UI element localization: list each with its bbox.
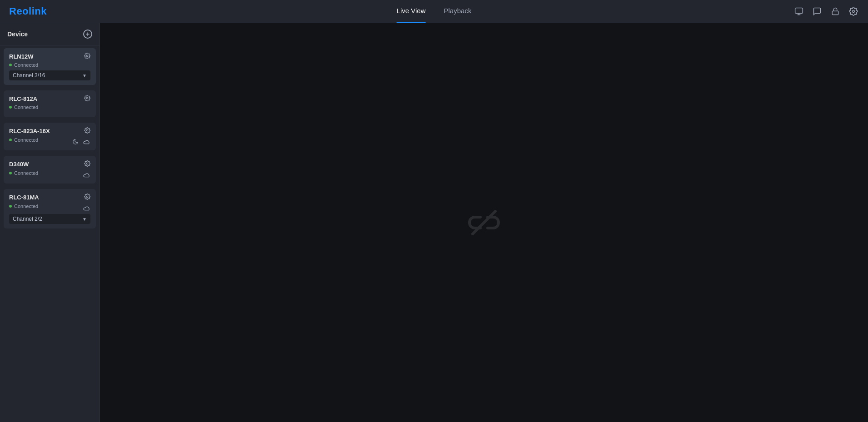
device-settings-icon-rlc81ma[interactable] xyxy=(84,194,90,201)
device-settings-icon-rlc812a[interactable] xyxy=(84,95,90,103)
device-header-rlc823a: RLC-823A-16X xyxy=(9,127,90,135)
svg-point-2 xyxy=(853,10,855,13)
sidebar-header: Device + xyxy=(0,23,100,45)
header-icons xyxy=(793,6,859,17)
main-layout: Device + RLN12W Connected Ch xyxy=(0,23,868,422)
sidebar-title: Device xyxy=(7,30,28,38)
device-card-d340w[interactable]: D340W Connected xyxy=(4,156,96,184)
device-name-rlc81ma: RLC-81MA xyxy=(9,194,39,201)
device-card-rlc81ma[interactable]: RLC-81MA Connected xyxy=(4,189,96,228)
device-status-rlc812a: Connected xyxy=(9,104,90,110)
logo[interactable]: Reolink xyxy=(9,5,47,17)
tab-playback[interactable]: Playback xyxy=(444,0,472,23)
status-dot-d340w xyxy=(9,172,12,174)
client-icon[interactable] xyxy=(793,6,804,17)
sidebar: Device + RLN12W Connected Ch xyxy=(0,23,100,422)
device-status-rlc81ma: Connected xyxy=(9,204,38,209)
message-icon[interactable] xyxy=(812,6,823,17)
device-card-rlc812a[interactable]: RLC-812A Connected xyxy=(4,90,96,117)
device-name-rlc812a: RLC-812A xyxy=(9,95,37,102)
svg-point-6 xyxy=(86,163,88,164)
settings-icon[interactable] xyxy=(848,6,859,17)
lock-icon[interactable] xyxy=(830,6,841,17)
device-status-rln12w: Connected xyxy=(9,62,90,68)
content-area xyxy=(100,23,868,422)
device-settings-icon-rln12w[interactable] xyxy=(84,53,90,60)
moon-icon-rlc823a xyxy=(71,138,80,146)
status-dot-rlc812a xyxy=(9,106,12,109)
device-status-d340w: Connected xyxy=(9,170,38,176)
channel-dropdown-rln12w[interactable]: Channel 3/16 ▼ xyxy=(9,70,90,80)
device-header-rlc81ma: RLC-81MA xyxy=(9,194,90,201)
device-status-rlc823a: Connected xyxy=(9,137,38,143)
nav-tabs: Live View Playback xyxy=(397,0,472,23)
device-header-d340w: D340W xyxy=(9,160,90,168)
add-device-button[interactable]: + xyxy=(83,30,92,39)
svg-line-8 xyxy=(473,211,495,234)
device-icons-rlc81ma xyxy=(82,204,90,212)
cloud-icon-rlc823a xyxy=(82,138,90,146)
device-settings-icon-rlc823a[interactable] xyxy=(84,127,90,135)
svg-point-5 xyxy=(86,129,88,131)
no-signal-icon xyxy=(466,204,502,241)
logo-text: Reolink xyxy=(9,5,47,17)
status-dot-rlc823a xyxy=(9,139,12,141)
svg-rect-1 xyxy=(832,11,838,15)
dropdown-arrow-rlc81ma: ▼ xyxy=(82,217,87,222)
device-name-rln12w: RLN12W xyxy=(9,53,33,60)
device-settings-icon-d340w[interactable] xyxy=(84,160,90,168)
cloud-icon-rlc81ma xyxy=(82,204,90,212)
device-card-rlc823a[interactable]: RLC-823A-16X Connected xyxy=(4,123,96,150)
device-name-d340w: D340W xyxy=(9,161,29,168)
device-name-rlc823a: RLC-823A-16X xyxy=(9,128,50,134)
svg-rect-0 xyxy=(795,8,803,14)
status-dot-rlc81ma xyxy=(9,205,12,208)
channel-dropdown-rlc81ma[interactable]: Channel 2/2 ▼ xyxy=(9,214,90,224)
svg-point-3 xyxy=(86,55,88,57)
device-header-rln12w: RLN12W xyxy=(9,53,90,60)
status-dot-rln12w xyxy=(9,64,12,66)
header: Reolink Live View Playback xyxy=(0,0,868,23)
device-icons-rlc823a xyxy=(71,138,90,146)
svg-point-4 xyxy=(86,97,88,99)
device-header-rlc812a: RLC-812A xyxy=(9,95,90,103)
device-card-rln12w[interactable]: RLN12W Connected Channel 3/16 ▼ xyxy=(4,48,96,85)
cloud-icon-d340w xyxy=(82,171,90,179)
tab-live-view[interactable]: Live View xyxy=(397,0,426,23)
dropdown-arrow-rln12w: ▼ xyxy=(82,73,87,78)
device-icons-d340w xyxy=(82,171,90,179)
svg-point-7 xyxy=(86,196,88,198)
